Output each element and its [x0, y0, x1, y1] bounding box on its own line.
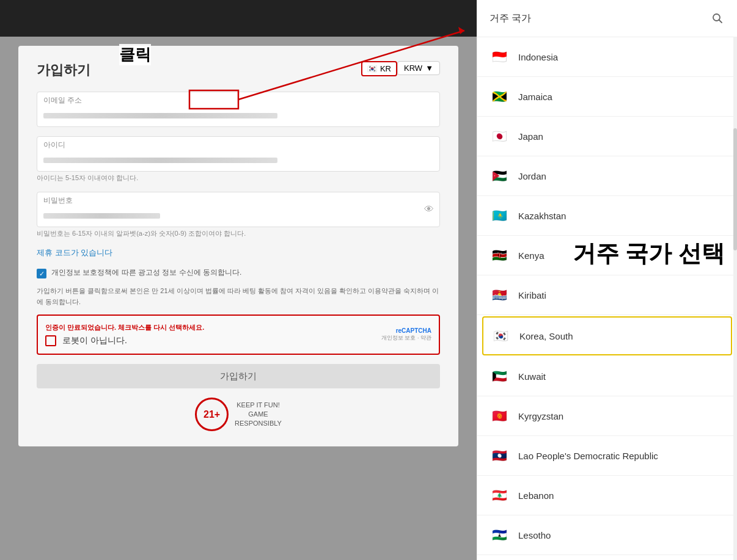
flag-jamaica: 🇯🇲 — [490, 87, 509, 106]
responsible-gaming: 21+ KEEP IT FUN! GAME RESPONSIBLY — [37, 398, 440, 431]
registration-form: 가입하기 🇰🇷 KR KRW ▼ 이메일 주소 아이디 아이디는 5-15자 이… — [18, 46, 458, 446]
country-item-jamaica[interactable]: 🇯🇲Jamaica — [477, 77, 737, 117]
country-name-indonesia: Indonesia — [518, 52, 558, 62]
email-label: 이메일 주소 — [43, 95, 433, 106]
country-name-korea-south: Korea, South — [519, 331, 573, 341]
country-name-lesotho: Lesotho — [518, 530, 551, 540]
country-name-kenya: Kenya — [518, 250, 544, 261]
country-item-liberia[interactable]: 🇱🇷Liberia — [477, 555, 737, 560]
scrollbar-thumb[interactable] — [733, 128, 737, 250]
country-name-kazakhstan: Kazakhstan — [518, 211, 566, 221]
country-search-button[interactable] — [710, 11, 725, 26]
country-list: 🇮🇩Indonesia🇯🇲Jamaica🇯🇵Japan🇯🇴Jordan🇰🇿Kaz… — [477, 37, 737, 560]
recaptcha-error: 인증이 만료되었습니다. 체크박스를 다시 선택하세요. — [45, 323, 204, 332]
age-badge: 21+ — [195, 398, 229, 431]
marketing-text: 개인정보 보호정책에 따른 광고성 정보 수신에 동의합니다. — [51, 267, 241, 278]
recaptcha-checkbox[interactable] — [45, 335, 56, 346]
country-name-lebanon: Lebanon — [518, 490, 554, 501]
country-name-lao: Lao People's Democratic Republic — [518, 451, 658, 461]
top-bar — [0, 0, 477, 37]
flag-kazakhstan: 🇰🇿 — [490, 206, 509, 225]
country-name-kyrgyzstan: Kyrgyzstan — [518, 411, 563, 421]
recaptcha-logo: reCAPTCHA 개인정보 보호 · 약관 — [381, 327, 431, 342]
search-icon — [712, 13, 723, 24]
flag-kenya: 🇰🇪 — [490, 245, 509, 265]
marketing-checkbox[interactable]: ✓ — [37, 269, 46, 278]
country-item-korea-south[interactable]: 🇰🇷Korea, South — [482, 316, 732, 355]
email-group: 이메일 주소 — [37, 92, 440, 127]
currency-badge[interactable]: KRW ▼ — [397, 61, 440, 75]
id-blur — [43, 158, 277, 163]
country-name-jordan: Jordan — [518, 171, 546, 181]
kr-badge[interactable]: 🇰🇷 KR — [361, 61, 397, 76]
dropdown-arrow-icon: ▼ — [425, 64, 433, 73]
country-item-lebanon[interactable]: 🇱🇧Lebanon — [477, 476, 737, 515]
country-item-japan[interactable]: 🇯🇵Japan — [477, 117, 737, 156]
country-item-kuwait[interactable]: 🇰🇼Kuwait — [477, 357, 737, 396]
flag-korea-south: 🇰🇷 — [491, 326, 510, 346]
left-panel: 클릭 가입하기 🇰🇷 KR KRW ▼ 이메일 주소 아이디 — [0, 0, 477, 560]
id-group: 아이디 아이디는 5-15자 이내여야 합니다. — [37, 136, 440, 183]
country-item-kiribati[interactable]: 🇰🇮Kiribati — [477, 275, 737, 315]
svg-line-4 — [719, 20, 722, 23]
country-name-kuwait: Kuwait — [518, 371, 546, 382]
country-item-indonesia[interactable]: 🇮🇩Indonesia — [477, 37, 737, 77]
password-blur — [43, 213, 160, 219]
country-item-kenya[interactable]: 🇰🇪Kenya — [477, 236, 737, 275]
flag-kyrgyzstan: 🇰🇬 — [490, 406, 509, 426]
id-hint: 아이디는 5-15자 이내여야 합니다. — [37, 173, 440, 183]
kr-code: KR — [380, 64, 391, 73]
email-blur — [43, 113, 277, 118]
eye-icon[interactable]: 👁 — [424, 204, 434, 215]
flag-indonesia: 🇮🇩 — [490, 47, 509, 67]
country-item-lesotho[interactable]: 🇱🇸Lesotho — [477, 515, 737, 555]
recaptcha-box: 인증이 만료되었습니다. 체크박스를 다시 선택하세요. 로봇이 아닙니다. r… — [37, 315, 440, 355]
password-group: 비밀번호 👁 비밀번호는 6-15자 이내의 알파벳(a-z)와 숫자(0-9)… — [37, 192, 440, 238]
kr-flag: 🇰🇷 — [367, 64, 377, 73]
id-label: 아이디 — [43, 140, 433, 150]
country-item-lao[interactable]: 🇱🇦Lao People's Democratic Republic — [477, 436, 737, 476]
currency-label: KRW — [404, 64, 422, 73]
country-header: 거주 국가 — [477, 0, 737, 37]
country-item-kyrgyzstan[interactable]: 🇰🇬Kyrgyzstan — [477, 396, 737, 436]
password-label: 비밀번호 — [43, 195, 433, 206]
flag-lesotho: 🇱🇸 — [490, 525, 509, 545]
country-item-kazakhstan[interactable]: 🇰🇿Kazakhstan — [477, 196, 737, 236]
flag-japan: 🇯🇵 — [490, 126, 509, 146]
marketing-checkbox-row: ✓ 개인정보 보호정책에 따른 광고성 정보 수신에 동의합니다. — [37, 267, 440, 278]
password-hint: 비밀번호는 6-15자 이내의 알파벳(a-z)와 숫자(0-9) 조합이여야 … — [37, 229, 440, 238]
rg-text: KEEP IT FUN! GAME RESPONSIBLY — [235, 401, 282, 429]
scrollbar[interactable] — [733, 37, 737, 560]
country-header-title: 거주 국가 — [490, 12, 531, 25]
terms-text: 가입하기 버튼을 클릭함으로써 본인은 만 21세 이상이며 법률에 따라 베팅… — [37, 286, 440, 307]
country-name-jamaica: Jamaica — [518, 92, 552, 102]
flag-kuwait: 🇰🇼 — [490, 366, 509, 386]
flag-lebanon: 🇱🇧 — [490, 485, 509, 505]
country-name-kiribati: Kiribati — [518, 290, 546, 300]
recaptcha-label: 로봇이 아닙니다. — [62, 335, 127, 346]
submit-button[interactable]: 가입하기 — [37, 364, 440, 388]
flag-kiribati: 🇰🇮 — [490, 285, 509, 305]
flag-lao: 🇱🇦 — [490, 446, 509, 465]
country-item-jordan[interactable]: 🇯🇴Jordan — [477, 156, 737, 196]
country-name-japan: Japan — [518, 131, 543, 142]
referral-link[interactable]: 제휴 코드가 있습니다 — [37, 247, 440, 258]
country-selector-panel: 거주 국가 🇮🇩Indonesia🇯🇲Jamaica🇯🇵Japan🇯🇴Jorda… — [477, 0, 737, 560]
flag-jordan: 🇯🇴 — [490, 166, 509, 186]
